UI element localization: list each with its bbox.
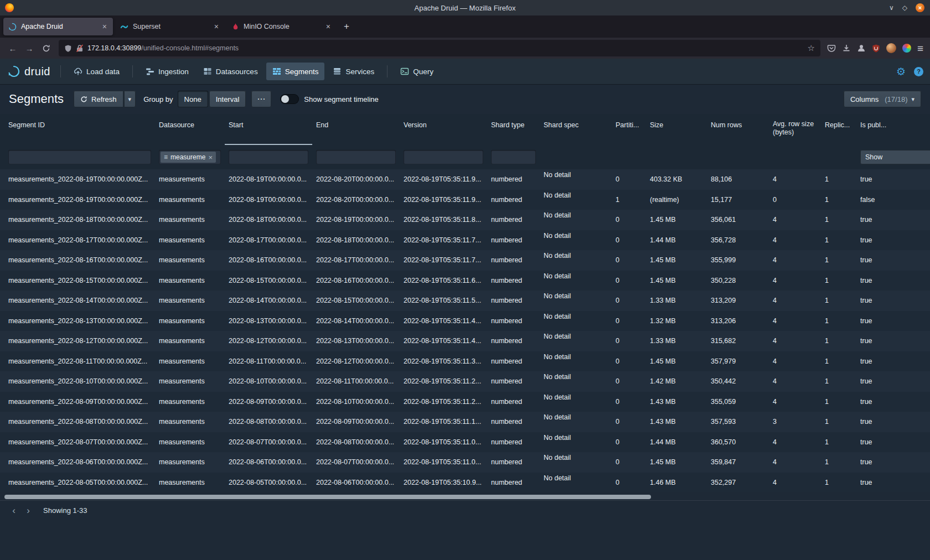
- table-cell: 1.43 MB: [646, 412, 707, 432]
- group-by-interval-button[interactable]: Interval: [209, 91, 246, 107]
- table-cell: 356,061: [707, 210, 769, 230]
- maximize-button[interactable]: ◇: [902, 4, 907, 11]
- table-cell: numbered: [487, 291, 540, 311]
- filter-input-version[interactable]: [404, 150, 483, 164]
- forward-button[interactable]: →: [21, 40, 38, 56]
- column-header-version[interactable]: Version: [400, 114, 487, 145]
- table-cell: 1: [821, 452, 856, 473]
- profile-avatar[interactable]: [886, 43, 896, 53]
- column-header-size[interactable]: Size: [646, 114, 707, 145]
- table-cell: numbered: [487, 371, 540, 392]
- tab-title: Apache Druid: [21, 23, 97, 30]
- extension-pinwheel-icon[interactable]: [902, 44, 911, 53]
- tab-close-icon[interactable]: ×: [213, 22, 220, 31]
- filter-input-segment-id[interactable]: [8, 150, 151, 164]
- columns-button[interactable]: Columns (17/18) ▾: [844, 91, 921, 107]
- tab-close-icon[interactable]: ×: [325, 22, 332, 31]
- table-row: measurements_2022-08-05T00:00:00.000Z...…: [0, 473, 930, 493]
- column-header-start[interactable]: Start: [225, 114, 312, 145]
- more-options-button[interactable]: ⋯: [251, 91, 271, 107]
- back-button[interactable]: ←: [4, 40, 21, 56]
- table-cell: measurements_2022-08-16T00:00:00.000Z...: [4, 250, 155, 271]
- url-text: 172.18.0.4:30899/unified-console.html#se…: [87, 44, 239, 52]
- tab-minio-console[interactable]: MinIO Console ×: [227, 18, 337, 35]
- column-header-shard-type[interactable]: Shard type: [487, 114, 540, 145]
- table-cell: measurements_2022-08-05T00:00:00.000Z...: [4, 473, 155, 493]
- refresh-dropdown-button[interactable]: ▾: [124, 91, 136, 107]
- column-header-is-publ[interactable]: Is publ...: [856, 114, 892, 145]
- nav-item-services[interactable]: Services: [327, 63, 380, 80]
- menu-icon[interactable]: ≡: [917, 43, 923, 54]
- account-icon[interactable]: [857, 44, 866, 53]
- group-option-label: Interval: [216, 95, 240, 103]
- nav-item-load-data[interactable]: Load data: [68, 63, 126, 80]
- nav-item-query[interactable]: Query: [394, 63, 440, 80]
- tab-apache-druid[interactable]: Apache Druid ×: [3, 18, 113, 35]
- insecure-lock-icon[interactable]: [76, 44, 83, 52]
- table-cell: 2022-08-12T00:00:00.0...: [225, 331, 312, 351]
- column-header-avg-row-size-bytes[interactable]: Avg. row size (bytes): [769, 114, 821, 145]
- table-cell: 2022-08-19T00:00:00.0...: [312, 210, 400, 230]
- new-tab-button[interactable]: +: [339, 19, 354, 34]
- table-row: measurements_2022-08-10T00:00:00.000Z...…: [0, 371, 930, 392]
- table-cell: 2022-08-19T00:00:00.0...: [225, 169, 312, 190]
- nav-item-datasources[interactable]: Datasources: [197, 63, 264, 80]
- is-published-filter[interactable]: Show: [860, 150, 930, 164]
- filter-input-datasource[interactable]: ≡measureme×: [159, 150, 221, 164]
- help-icon[interactable]: ?: [914, 67, 923, 76]
- filter-input-start[interactable]: [229, 150, 308, 164]
- reload-button[interactable]: [38, 40, 54, 56]
- table-cell: No detail: [540, 392, 612, 412]
- datasource-filter-chip[interactable]: ≡measureme×: [161, 152, 216, 163]
- column-header-segment-id[interactable]: Segment ID: [4, 114, 155, 145]
- table-cell: 2022-08-19T05:35:11.9...: [400, 169, 487, 190]
- column-header-datasource[interactable]: Datasource: [155, 114, 225, 145]
- table-cell: measurements_2022-08-14T00:00:00.000Z...: [4, 291, 155, 311]
- previous-page-button[interactable]: ‹: [7, 504, 21, 518]
- segment-timeline-toggle[interactable]: [280, 94, 299, 104]
- druid-brand[interactable]: druid: [8, 65, 50, 78]
- toggle-knob: [281, 95, 289, 103]
- table-cell: 1.45 MB: [646, 351, 707, 372]
- pocket-icon[interactable]: [827, 44, 836, 53]
- column-header-partiti[interactable]: Partiti...: [612, 114, 646, 145]
- settings-gear-icon[interactable]: ⚙: [896, 66, 906, 77]
- ublock-shield-icon[interactable]: [872, 44, 880, 53]
- close-button[interactable]: ×: [916, 3, 924, 12]
- filter-input-end[interactable]: [316, 150, 396, 164]
- group-by-none-button[interactable]: None: [178, 91, 208, 107]
- table-cell: 1.42 MB: [646, 371, 707, 392]
- table-row: measurements_2022-08-19T00:00:00.000Z...…: [0, 190, 930, 210]
- next-page-button[interactable]: ›: [21, 504, 35, 518]
- url-bar[interactable]: 172.18.0.4:30899/unified-console.html#se…: [59, 40, 820, 56]
- table-cell: 2022-08-12T00:00:00.0...: [312, 351, 400, 372]
- column-header-num-rows[interactable]: Num rows: [707, 114, 769, 145]
- table-cell: measurements: [155, 190, 225, 210]
- database-icon: [333, 67, 342, 76]
- tab-superset[interactable]: Superset ×: [115, 18, 225, 35]
- filter-input-shard-type[interactable]: [491, 150, 536, 164]
- scrollbar-thumb[interactable]: [4, 495, 651, 499]
- column-header-end[interactable]: End: [312, 114, 400, 145]
- table-cell: 0: [612, 452, 646, 473]
- nav-item-segments[interactable]: Segments: [266, 63, 325, 80]
- bookmark-star-icon[interactable]: ☆: [807, 43, 814, 53]
- refresh-button[interactable]: Refresh: [74, 91, 123, 107]
- column-header-replic[interactable]: Replic...: [821, 114, 856, 145]
- tracking-shield-icon[interactable]: [64, 44, 72, 53]
- chip-remove-icon[interactable]: ×: [208, 153, 213, 162]
- minimize-button[interactable]: ∨: [889, 4, 894, 11]
- table-cell: numbered: [487, 331, 540, 351]
- downloads-icon[interactable]: [842, 44, 851, 53]
- horizontal-scrollbar[interactable]: [4, 494, 926, 500]
- table-cell: 0: [612, 210, 646, 230]
- table-cell: measurements_2022-08-15T00:00:00.000Z...: [4, 271, 155, 291]
- table-cell: No detail: [540, 452, 612, 473]
- column-header-shard-spec[interactable]: Shard spec: [540, 114, 612, 145]
- table-cell: 315,682: [707, 331, 769, 351]
- tab-close-icon[interactable]: ×: [101, 22, 108, 31]
- table-cell: 2022-08-19T05:35:11.4...: [400, 331, 487, 351]
- page-title: Segments: [9, 92, 64, 106]
- url-host: 172.18.0.4:30899: [87, 44, 141, 52]
- nav-item-ingestion[interactable]: Ingestion: [140, 63, 195, 80]
